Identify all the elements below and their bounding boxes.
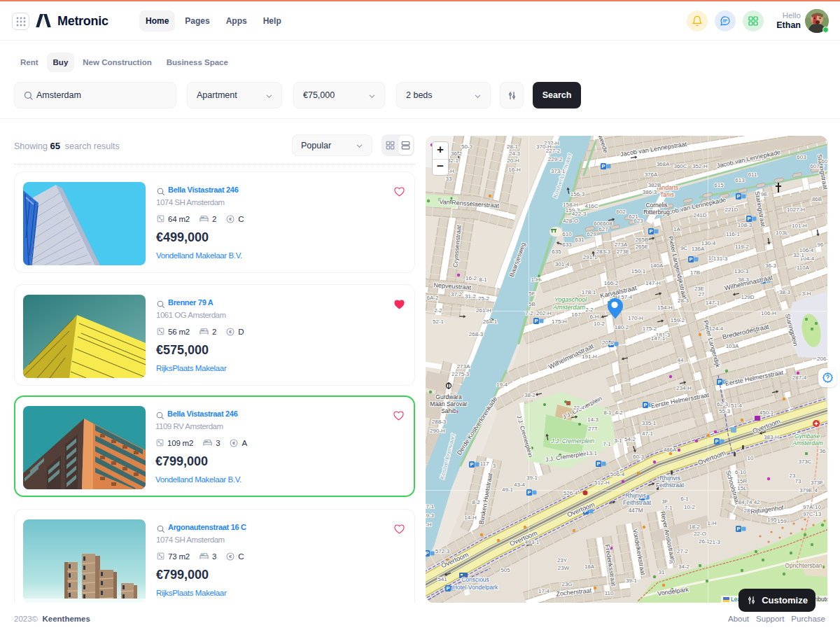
- svg-text:273E: 273E: [617, 248, 630, 255]
- svg-text:147-1: 147-1: [706, 300, 720, 306]
- svg-text:572-3: 572-3: [435, 548, 450, 554]
- svg-text:106-H: 106-H: [761, 310, 776, 316]
- svg-text:9E: 9E: [761, 191, 768, 197]
- svg-text:10-2: 10-2: [684, 504, 696, 510]
- svg-text:3-H: 3-H: [802, 290, 811, 297]
- svg-text:117: 117: [480, 461, 489, 467]
- svg-text:27-2: 27-2: [677, 548, 689, 554]
- svg-text:Gurdwara: Gurdwara: [435, 393, 462, 400]
- svg-text:P: P: [747, 216, 750, 222]
- svg-text:265E: 265E: [636, 244, 649, 250]
- svg-text:52-1: 52-1: [433, 318, 444, 325]
- svg-text:32-1: 32-1: [793, 252, 805, 258]
- svg-text:54-2: 54-2: [624, 436, 636, 442]
- svg-text:2-2: 2-2: [585, 307, 594, 313]
- svg-text:627: 627: [598, 226, 608, 232]
- svg-text:287-4: 287-4: [792, 374, 807, 381]
- svg-text:119-2: 119-2: [735, 244, 749, 250]
- svg-text:7-1: 7-1: [664, 505, 673, 511]
- svg-text:96: 96: [818, 241, 824, 248]
- svg-text:97A-10: 97A-10: [803, 504, 821, 510]
- svg-text:607: 607: [810, 163, 820, 169]
- svg-text:136A: 136A: [692, 246, 705, 252]
- svg-text:6-1: 6-1: [680, 496, 689, 502]
- svg-text:15L: 15L: [737, 485, 747, 491]
- svg-text:154-H: 154-H: [657, 304, 673, 311]
- svg-text:202-H: 202-H: [536, 310, 552, 316]
- svg-text:8-1: 8-1: [603, 410, 612, 416]
- svg-text:55-3: 55-3: [719, 408, 731, 414]
- svg-text:291-1: 291-1: [583, 254, 598, 260]
- svg-text:178-1: 178-1: [582, 289, 596, 295]
- svg-text:Cornelis: Cornelis: [645, 202, 667, 209]
- svg-text:8-2: 8-2: [472, 499, 480, 505]
- svg-text:36-2: 36-2: [451, 150, 463, 157]
- svg-text:36: 36: [820, 448, 826, 454]
- svg-text:541: 541: [438, 576, 447, 582]
- svg-text:6A-2: 6A-2: [427, 295, 439, 301]
- svg-text:116-1: 116-1: [726, 231, 740, 237]
- svg-text:3: 3: [493, 463, 496, 469]
- svg-text:P: P: [736, 526, 740, 532]
- svg-text:301-4: 301-4: [555, 261, 570, 267]
- svg-text:450-1: 450-1: [760, 410, 774, 416]
- svg-text:130-3: 130-3: [734, 268, 749, 274]
- svg-text:50-3: 50-3: [461, 144, 473, 150]
- svg-text:368A: 368A: [657, 161, 670, 167]
- svg-text:16-2: 16-2: [465, 275, 477, 281]
- svg-text:103L: 103L: [776, 230, 788, 236]
- svg-text:175-2: 175-2: [643, 326, 657, 332]
- svg-text:370-H: 370-H: [536, 144, 552, 150]
- svg-text:603: 603: [797, 154, 806, 160]
- svg-text:526-4: 526-4: [564, 490, 578, 496]
- svg-text:P: P: [718, 379, 721, 385]
- svg-text:22-4: 22-4: [573, 405, 585, 411]
- svg-text:Gymbase: Gymbase: [794, 433, 820, 440]
- svg-text:352-H: 352-H: [692, 163, 708, 169]
- svg-text:265B: 265B: [636, 237, 649, 243]
- svg-text:110: 110: [605, 590, 614, 596]
- svg-text:288-3: 288-3: [432, 419, 447, 425]
- svg-text:P: P: [643, 402, 647, 408]
- svg-text:Hotel Vondelpark: Hotel Vondelpark: [453, 584, 498, 591]
- svg-text:84 74 42: 84 74 42: [738, 499, 760, 505]
- svg-text:P: P: [534, 318, 538, 324]
- svg-text:23Y: 23Y: [557, 557, 568, 564]
- svg-text:5F: 5F: [528, 290, 535, 297]
- svg-text:38-3: 38-3: [738, 276, 750, 283]
- svg-text:Sahib: Sahib: [441, 407, 456, 414]
- svg-text:108-3: 108-3: [738, 222, 752, 228]
- svg-text:129D: 129D: [741, 294, 754, 300]
- svg-text:17B: 17B: [690, 270, 700, 276]
- svg-text:P: P: [689, 256, 692, 262]
- svg-text:23W: 23W: [558, 565, 570, 571]
- svg-text:13-1: 13-1: [586, 450, 598, 456]
- svg-text:416C: 416C: [584, 203, 598, 209]
- svg-text:17-4: 17-4: [538, 588, 550, 594]
- svg-text:335-1: 335-1: [642, 420, 657, 426]
- svg-text:264-1: 264-1: [483, 318, 498, 325]
- svg-text:38-3: 38-3: [779, 289, 791, 295]
- svg-text:9C: 9C: [680, 245, 687, 251]
- svg-text:14-H: 14-H: [464, 514, 477, 521]
- svg-text:386-3: 386-3: [643, 189, 657, 195]
- svg-text:486A: 486A: [664, 447, 677, 453]
- svg-text:39-1: 39-1: [526, 475, 538, 481]
- svg-text:180-2: 180-2: [615, 324, 629, 330]
- svg-text:147-H: 147-H: [645, 280, 661, 286]
- svg-text:131-3: 131-3: [713, 255, 728, 262]
- svg-text:373F: 373F: [811, 479, 823, 486]
- svg-text:28-1: 28-1: [507, 144, 519, 150]
- svg-text:241D: 241D: [693, 212, 706, 218]
- svg-text:97C-13: 97C-13: [803, 511, 822, 517]
- svg-text:4-2: 4-2: [615, 410, 623, 416]
- svg-text:7-1: 7-1: [603, 441, 611, 447]
- svg-text:86B: 86B: [812, 196, 822, 202]
- svg-text:275-3: 275-3: [455, 371, 470, 377]
- svg-text:20-4: 20-4: [602, 340, 614, 346]
- svg-text:37-1: 37-1: [426, 503, 435, 510]
- svg-text:1A: 1A: [673, 226, 680, 232]
- svg-text:273A: 273A: [615, 241, 628, 248]
- svg-text:18A: 18A: [584, 564, 595, 570]
- svg-text:506-4: 506-4: [610, 471, 625, 477]
